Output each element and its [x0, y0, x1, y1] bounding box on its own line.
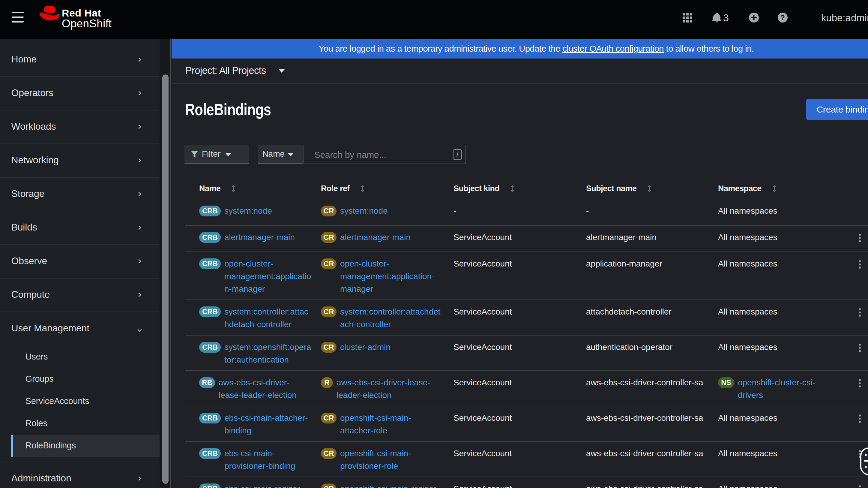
svg-text:?: ?: [781, 14, 785, 22]
